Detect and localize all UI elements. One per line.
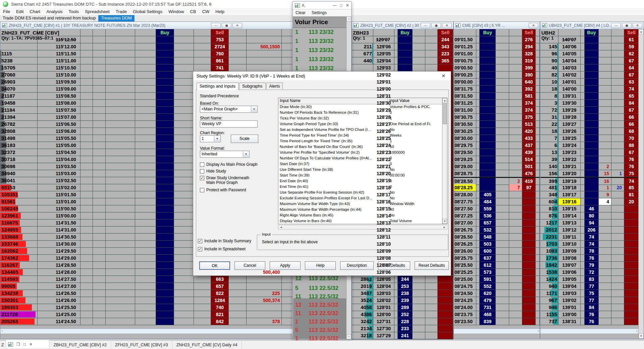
sell-cell[interactable]: 581 xyxy=(522,93,536,100)
buy-cell[interactable]: 80 xyxy=(585,212,599,219)
buy-cell[interactable]: 612 xyxy=(480,262,496,269)
input-list-row[interactable]: Number of Bars for 'Based On Bar Count' … xyxy=(278,144,447,150)
buy-cell[interactable] xyxy=(480,135,496,142)
sell-cell[interactable] xyxy=(624,318,639,325)
sell-cell[interactable]: 760 xyxy=(211,50,229,57)
scroll-down-arrow[interactable]: ▼ xyxy=(639,334,644,339)
input-list-row[interactable]: Ticks Per Volume Bar (In:32)1 xyxy=(278,116,447,121)
buy-cell[interactable] xyxy=(585,43,599,50)
buy-cell[interactable]: 84 xyxy=(585,304,599,311)
chartbook-tab[interactable]: Treasuries DOM xyxy=(98,15,134,21)
menu-help[interactable]: Help xyxy=(212,8,227,15)
buy-cell[interactable]: 78 xyxy=(585,248,599,255)
sell-cell[interactable] xyxy=(522,255,536,262)
sell-cell[interactable]: 294 xyxy=(522,43,536,50)
buy-cell[interactable] xyxy=(480,178,496,185)
buy-cell[interactable]: 244 xyxy=(398,276,413,283)
sell-cell[interactable] xyxy=(624,212,639,219)
checkbox-include-in-study-summary[interactable]: ✓Include in Study Summary xyxy=(198,239,251,243)
buy-cell[interactable] xyxy=(585,36,599,43)
buy-cell[interactable] xyxy=(585,107,599,114)
sell-cell[interactable]: 75 xyxy=(624,170,639,177)
buy-cell[interactable] xyxy=(585,156,599,163)
buy-cell[interactable]: 77 xyxy=(585,297,599,304)
buy-cell[interactable] xyxy=(480,71,496,79)
buy-cell[interactable]: 74 xyxy=(585,234,599,241)
taskbar-tab[interactable]: ZFH23_FUT_CME [CBV] #3 xyxy=(111,341,172,349)
buy-cell[interactable] xyxy=(156,290,174,297)
sell-cell[interactable]: 88 xyxy=(624,142,639,149)
input-list-row[interactable]: Maximum Volume Bar Width Percentage (In:… xyxy=(278,207,447,213)
input-list-row[interactable]: Right Align Volume Bars (In:45)No xyxy=(278,213,447,218)
input-list-row[interactable]: Display Volume in Bars (In:46)Total Volu… xyxy=(278,218,447,224)
buy-cell[interactable] xyxy=(585,198,599,205)
minimize-button[interactable]: — xyxy=(421,23,430,28)
buy-cell[interactable]: 536 xyxy=(480,212,496,219)
buy-cell[interactable] xyxy=(156,198,174,205)
sell-cell[interactable] xyxy=(624,290,639,297)
sell-cell[interactable]: 67 xyxy=(624,149,639,156)
sell-cell[interactable]: 842 xyxy=(211,318,229,325)
order-cell[interactable] xyxy=(247,311,281,318)
order-cell[interactable]: 225 xyxy=(247,290,281,297)
sell-cell[interactable]: 2724 xyxy=(211,43,229,50)
buy-cell[interactable]: 548 xyxy=(480,234,496,241)
buy-cell[interactable] xyxy=(156,177,174,184)
sell-cell[interactable] xyxy=(522,262,536,269)
buy-cell[interactable] xyxy=(585,170,599,177)
sell-cell[interactable]: 328 xyxy=(522,50,536,57)
buy-cell[interactable]: 77 xyxy=(585,283,599,290)
sell-cell[interactable]: 861 xyxy=(211,57,229,64)
close-button[interactable]: ✕ xyxy=(442,23,452,28)
buy-cell[interactable] xyxy=(156,170,174,177)
sell-cell[interactable]: 76 xyxy=(624,156,639,163)
checkbox-hide-study[interactable]: Hide Study xyxy=(200,169,226,173)
scrollbar-thumb[interactable] xyxy=(443,103,447,124)
buy-cell[interactable] xyxy=(585,64,599,71)
buy-cell[interactable]: 405 xyxy=(480,191,496,198)
buy-cell[interactable] xyxy=(156,283,174,290)
buy-cell[interactable] xyxy=(480,36,496,43)
sell-cell[interactable] xyxy=(522,318,536,325)
input-list-row[interactable]: Use Different Start Time (In:38)No xyxy=(278,167,447,173)
buy-cell[interactable] xyxy=(480,163,496,170)
order-cell[interactable] xyxy=(247,50,281,57)
input-list-row[interactable]: Number Of Periods Back To Reference (In:… xyxy=(278,110,447,116)
sell-cell[interactable]: Sell xyxy=(522,29,536,36)
close-button[interactable]: ✕ xyxy=(529,23,538,28)
close-button[interactable]: ✕ xyxy=(633,23,642,28)
buy-cell[interactable]: 253 xyxy=(398,283,413,290)
sell-cell[interactable] xyxy=(522,269,536,276)
sell-cell[interactable]: 420 xyxy=(522,128,536,135)
vertical-scrollbar[interactable]: ▲▼ xyxy=(638,29,644,339)
buy-cell[interactable] xyxy=(156,79,174,86)
order-cell[interactable]: 378 xyxy=(247,318,281,325)
scroll-up-arrow[interactable]: ˄ xyxy=(346,16,351,21)
menu-clear[interactable]: Clear xyxy=(296,10,306,15)
description-button[interactable]: Description xyxy=(340,261,374,270)
buy-cell[interactable] xyxy=(585,163,599,170)
sell-cell[interactable]: 640 xyxy=(522,79,536,86)
buy-cell[interactable] xyxy=(585,142,599,149)
buy-cell[interactable] xyxy=(480,128,496,135)
buy-cell[interactable]: 46 xyxy=(585,205,599,212)
sell-cell[interactable] xyxy=(438,332,453,339)
sell-cell[interactable] xyxy=(438,297,453,304)
scroll-left-arrow[interactable]: ◄ xyxy=(278,225,284,230)
sell-cell[interactable] xyxy=(624,219,639,227)
buy-cell[interactable]: 228 xyxy=(398,318,413,325)
buy-cell[interactable] xyxy=(156,86,174,93)
sell-cell[interactable] xyxy=(522,297,536,304)
buy-cell[interactable] xyxy=(398,64,413,71)
maximize-button[interactable]: □ xyxy=(340,3,342,8)
buy-cell[interactable] xyxy=(156,64,174,71)
buy-cell[interactable] xyxy=(480,93,496,100)
buy-cell[interactable] xyxy=(156,57,174,64)
menu-analysis[interactable]: Analysis xyxy=(43,8,65,15)
order-cell[interactable] xyxy=(247,276,281,283)
sell-cell[interactable]: 433 xyxy=(522,135,536,142)
sell-cell[interactable] xyxy=(624,304,639,311)
buy-cell[interactable]: 839 xyxy=(480,318,496,325)
window-titlebar[interactable]: CME [CBV] #3 | 5 YR ...✕ xyxy=(454,22,540,29)
window-titlebar[interactable]: ZBH23_FUT_CME [CBV] #2 | 30 Y...—▣✕ xyxy=(352,22,453,29)
